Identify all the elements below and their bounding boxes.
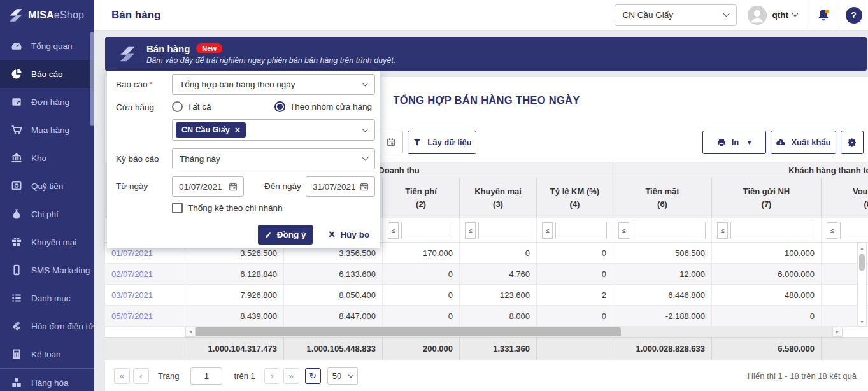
cell-cash: -2.188.000 [613,306,712,326]
row-date-link[interactable]: 03/07/2021 [105,285,185,305]
sidebar-item-quy-tien[interactable]: Quỹ tiền [0,172,94,200]
sidebar-item-khuyen-mai[interactable]: Khuyến mại [0,228,94,256]
radio-all-stores[interactable]: Tất cả [172,101,211,112]
store-selector[interactable]: CN Cầu Giấy [615,4,737,26]
filter-cell-cash: ≤ [613,218,712,242]
filter-input[interactable] [401,222,453,239]
help-button[interactable]: ? [846,7,862,24]
next-page-button[interactable]: › [264,368,280,384]
filter-operator-select[interactable]: ≤ [827,222,837,239]
sidebar-item-don-hang[interactable]: Đơn hàng [0,88,94,116]
row-date-link[interactable]: 05/07/2021 [105,306,185,326]
sidebar-item-danh-muc[interactable]: Danh mục [0,284,94,312]
ok-button[interactable]: ✓ Đồng ý [258,225,313,245]
sidebar-item-hoa-don-dien-tu[interactable]: Hóa đơn điện tử [0,312,94,340]
page-size-select[interactable]: 50 [327,367,358,385]
sidebar-item-ke-toan[interactable]: Kế toán [0,340,94,368]
filter-input[interactable] [632,222,706,239]
cell-bank-transfer: 480.000 [712,285,822,305]
horizontal-scroll-thumb[interactable] [196,327,621,336]
misa-logo-icon [8,7,24,24]
prev-page-button[interactable]: ‹ [133,368,149,384]
column-header-fee: Tiền phí(2) [383,178,460,218]
avatar[interactable] [748,6,767,25]
sidebar-item-chi-phi[interactable]: Chi phí [0,200,94,228]
cancel-button[interactable]: × Hủy bỏ [320,225,378,245]
sidebar-item-mua-hang[interactable]: Mua hàng [0,116,94,144]
sidebar-nav: Tổng quan Báo cáo Đơn hàng Mua hàng Kho … [0,31,94,391]
table-settings-button[interactable] [841,131,864,154]
last-page-button[interactable]: » [283,368,299,384]
sidebar-item-hang-hoa[interactable]: Hàng hóa [0,369,94,391]
report-type-select[interactable]: Tổng hợp bán hàng theo ngày [172,74,375,95]
filter-input[interactable] [555,222,607,239]
filter-cell-promo: ≤ [460,218,537,242]
sidebar-item-label: Chi phí [31,210,59,219]
horizontal-scroll-track[interactable] [196,327,832,337]
user-menu[interactable]: qtht [772,10,797,20]
print-button[interactable]: In ▼ [702,131,766,154]
vertical-scroll-thumb[interactable] [859,254,865,271]
row-date-link[interactable]: 02/07/2021 [105,264,185,284]
to-date-input[interactable]: 31/07/2021 [306,176,375,197]
scroll-right-button[interactable]: ▶ [832,327,843,337]
cell-promo: 0 [460,243,537,263]
required-mark: * [150,80,153,89]
sidebar-scrollbar-thumb[interactable] [90,32,94,126]
filter-operator-select[interactable]: ≤ [465,222,476,239]
cell-revenue-1: 8.439.000 [185,306,284,326]
filter-operator-select[interactable]: ≤ [618,222,629,239]
check-icon: ✓ [264,230,271,240]
page-count-label: trên 1 [234,371,255,381]
filter-operator-select[interactable]: ≤ [542,222,553,239]
scroll-up-button[interactable]: ▲ [860,243,864,252]
cell-promo-rate: 0 [537,264,613,284]
filter-input[interactable] [840,222,868,239]
cell-promo: 4.760 [460,264,537,284]
cell-revenue-2: 8.447.000 [284,306,383,326]
cell-promo-rate: 0 [537,243,613,263]
total-fee: 200.000 [383,338,460,360]
report-type-value: Tổng hợp bán hàng theo ngày [180,80,363,89]
from-date-input[interactable]: 01/07/2021 [172,176,244,197]
column-header-promo: Khuyến mại(3) [460,178,537,218]
get-data-label: Lấy dữ liệu [427,138,471,147]
get-data-button[interactable]: Lấy dữ liệu [408,131,476,154]
first-page-button[interactable]: « [114,368,130,384]
sidebar-item-tong-quan[interactable]: Tổng quan [0,32,94,60]
total-date [105,338,185,360]
sales-promo-banner[interactable]: Bán hàng New Bấm vào đây để trải nghiệm … [105,37,867,71]
page-number-input[interactable] [190,367,222,385]
cell-promo: 8.000 [460,306,537,326]
filter-input[interactable] [730,222,815,239]
refresh-button[interactable]: ↻ [305,368,321,384]
radio-by-store-group[interactable]: Theo nhóm cửa hàng [274,101,372,112]
scroll-left-button[interactable]: ◀ [185,327,196,337]
ok-label: Đồng ý [277,230,306,239]
cell-fee: 0 [383,285,460,305]
phone-icon [10,264,23,276]
filter-operator-select[interactable]: ≤ [388,222,399,239]
export-button[interactable]: Xuất khẩu [771,131,836,154]
branch-stats-checkbox[interactable] [172,203,183,213]
table-row: 03/07/2021 7.926.800 8.050.400 0 123.600… [105,285,868,306]
sidebar-item-bao-cao[interactable]: Báo cáo [0,60,94,88]
chevron-down-icon [723,11,729,17]
cell-bank-transfer: 0 [712,306,822,326]
period-select[interactable]: Tháng này [172,148,375,169]
store-tag: CN Cầu Giấy × [176,122,246,138]
filter-operator-select[interactable]: ≤ [717,222,728,239]
sidebar-item-kho[interactable]: Kho [0,144,94,172]
column-header-cash: Tiền mặt(6) [613,178,712,218]
calculator-icon [10,348,23,360]
app-logo[interactable]: MISAeShop [0,0,94,31]
store-multiselect[interactable]: CN Cầu Giấy × [172,119,375,141]
filter-input[interactable] [478,222,530,239]
total-revenue-2: 1.000.105.448.833 [284,338,383,360]
sidebar-item-sms-marketing[interactable]: SMS Marketing [0,256,94,284]
vertical-scrollbar: ▲ ▼ [857,243,867,327]
scroll-down-button[interactable]: ▼ [860,317,864,326]
remove-tag-icon[interactable]: × [235,125,240,135]
notifications-button[interactable] [808,8,839,23]
bell-icon [816,8,831,23]
